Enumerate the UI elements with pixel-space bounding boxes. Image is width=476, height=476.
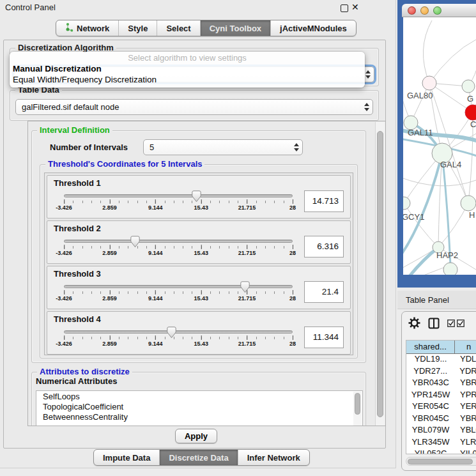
network-view-window[interactable]: GAL80 G C GAL11 GAL4 GCY1 H HAP2 <box>397 0 476 288</box>
cell[interactable]: YBR043C <box>406 378 455 390</box>
control-panel-window: Control Panel ✕ Network Style Select Cyn… <box>0 0 396 468</box>
cell[interactable]: YDR2 <box>454 366 476 378</box>
tab-network-label: Network <box>77 24 109 33</box>
table-header-row: shared... n <box>406 341 476 354</box>
table-row[interactable]: YIL052CYIL0 <box>406 449 476 454</box>
table-row[interactable]: YBL079WYBL0 <box>406 425 476 437</box>
network-icon <box>65 22 73 34</box>
tick-label: 9.144 <box>148 250 163 256</box>
table-row[interactable]: YBR043CYBR0 <box>406 378 476 390</box>
threshold-4-slider[interactable]: -3.426 2.859 9.144 15.43 21.715 28 <box>64 326 293 351</box>
cell[interactable]: YBR0 <box>455 378 476 390</box>
tab-jactivemnodules[interactable]: jActiveMNodules <box>271 20 356 36</box>
threshold-3-slider[interactable]: -3.426 2.859 9.144 15.43 21.715 28 <box>64 280 293 306</box>
split-columns-icon[interactable] <box>428 318 440 331</box>
list-scrollbar[interactable] <box>353 392 362 426</box>
threshold-1-value-field[interactable]: 14.713 <box>304 190 344 212</box>
apply-button[interactable]: Apply <box>175 429 217 443</box>
cell[interactable]: YPR1 <box>455 390 476 402</box>
tick-label: 28 <box>289 341 296 347</box>
tick-label: 21.715 <box>238 295 256 302</box>
tick-label: 2.859 <box>102 295 117 302</box>
close-traffic-light-icon[interactable] <box>408 6 416 15</box>
tick-label: 2.859 <box>102 341 117 347</box>
table-row[interactable]: YBR045CYBR0 <box>406 413 476 426</box>
cell[interactable]: YIL0 <box>455 449 476 454</box>
table-horizontal-scrollbar[interactable] <box>406 457 476 466</box>
node-red[interactable] <box>465 105 476 120</box>
cell[interactable]: YDR27... <box>406 366 454 378</box>
scrollbar-thumb[interactable] <box>408 459 473 464</box>
cell[interactable]: YLR345W <box>406 437 455 449</box>
cell[interactable]: YDL1 <box>455 354 476 366</box>
threshold-3-panel: Threshold 3 -3.426 2.859 9.144 <box>47 266 351 309</box>
cell[interactable]: YBR045C <box>406 413 455 426</box>
tab-infer-network[interactable]: Infer Network <box>238 450 309 465</box>
minimize-traffic-light-icon[interactable] <box>420 6 429 15</box>
threshold-2-value-field[interactable]: 6.316 <box>304 236 344 257</box>
combo-stepper-icon <box>361 100 372 114</box>
list-item[interactable]: TopologicalCoefficient <box>36 401 362 411</box>
zoom-traffic-light-icon[interactable] <box>433 6 441 15</box>
tab-discretize-data[interactable]: Discretize Data <box>160 450 238 465</box>
slider-track <box>64 194 293 197</box>
algorithm-option-equal-width[interactable]: Equal Width/Frequency Discretization <box>13 75 157 84</box>
threshold-4-panel: Threshold 4 -3.426 2.859 9.144 <box>47 311 351 355</box>
threshold-1-slider[interactable]: -3.426 2.859 9.144 15.43 21.715 28 <box>64 190 293 215</box>
tab-select[interactable]: Select <box>157 20 200 36</box>
scrollbar-thumb[interactable] <box>355 393 360 415</box>
node-gal80[interactable] <box>422 76 436 90</box>
column-header-name[interactable]: n <box>455 341 476 353</box>
table-data-combobox[interactable]: galFiltered.sif default node <box>15 99 373 115</box>
cell[interactable]: YBR0 <box>455 413 476 426</box>
table-panel-titlebar: Table Panel <box>397 291 476 309</box>
network-canvas[interactable]: GAL80 G C GAL11 GAL4 GCY1 H HAP2 <box>403 17 476 275</box>
discretization-algorithm-group-title: Discretization Algorithm <box>15 43 116 52</box>
numerical-attributes-list[interactable]: SelfLoops TopologicalCoefficient Between… <box>36 390 363 426</box>
column-header-shared-name[interactable]: shared... <box>406 341 455 353</box>
cell[interactable]: YER0 <box>455 401 476 413</box>
table-row[interactable]: YPR145WYPR1 <box>406 390 476 402</box>
threshold-2-slider[interactable]: -3.426 2.859 9.144 15.43 21.715 28 <box>64 235 293 261</box>
algorithm-option-manual[interactable]: Manual Discretization <box>13 64 102 73</box>
list-item[interactable]: BetweennessCentrality <box>36 411 362 422</box>
settings-scrollbar[interactable] <box>375 122 385 426</box>
table-row[interactable]: YER054CYER0 <box>406 401 476 413</box>
cell[interactable]: YBL079W <box>406 425 455 437</box>
settings-gear-icon[interactable] <box>408 317 420 331</box>
cell[interactable]: YPR145W <box>406 390 455 402</box>
network-window-titlebar[interactable] <box>402 4 476 17</box>
checkbox-icon[interactable] <box>447 319 455 329</box>
list-item[interactable]: SelfLoops <box>36 391 362 401</box>
tab-impute-data-label: Impute Data <box>103 453 150 463</box>
tab-style[interactable]: Style <box>119 20 157 36</box>
checkbox-icon[interactable] <box>457 319 464 329</box>
node-label: GCY1 <box>403 212 424 222</box>
close-icon[interactable]: ✕ <box>351 2 359 12</box>
tab-impute-data[interactable]: Impute Data <box>94 450 160 465</box>
table-row[interactable]: YDR27...YDR2 <box>406 366 476 378</box>
cell[interactable]: YER054C <box>406 401 455 413</box>
float-window-icon[interactable] <box>341 4 348 12</box>
tab-cyni-toolbox-label: Cyni Toolbox <box>210 24 261 33</box>
tab-network[interactable]: Network <box>56 20 119 36</box>
threshold-4-value-field[interactable]: 11.344 <box>304 326 344 348</box>
table-row[interactable]: YLR345WYLR3 <box>406 437 476 449</box>
cell[interactable]: YIL052C <box>406 449 455 454</box>
tab-cyni-toolbox[interactable]: Cyni Toolbox <box>201 20 271 36</box>
node-g[interactable] <box>462 80 475 93</box>
cyni-toolbox-panel: Discretization Algorithm Select algorith… <box>3 40 386 449</box>
cell[interactable]: YBL0 <box>455 425 476 437</box>
number-of-intervals-combobox[interactable]: 5 <box>143 139 303 155</box>
cell[interactable]: YDL19... <box>406 354 455 366</box>
node-gcy1[interactable] <box>403 197 410 210</box>
slider-track <box>64 240 293 243</box>
cell[interactable]: YLR3 <box>455 437 476 449</box>
scrollbar-thumb[interactable] <box>377 131 383 417</box>
node-bottom[interactable] <box>443 263 457 275</box>
node-h[interactable] <box>461 196 476 211</box>
threshold-2-panel: Threshold 2 -3.426 2.859 9.144 <box>47 220 351 264</box>
table-row[interactable]: YDL19...YDL1 <box>406 354 476 366</box>
number-of-intervals-label: Number of Intervals <box>50 142 128 152</box>
threshold-3-value-field[interactable]: 21.4 <box>304 281 344 303</box>
